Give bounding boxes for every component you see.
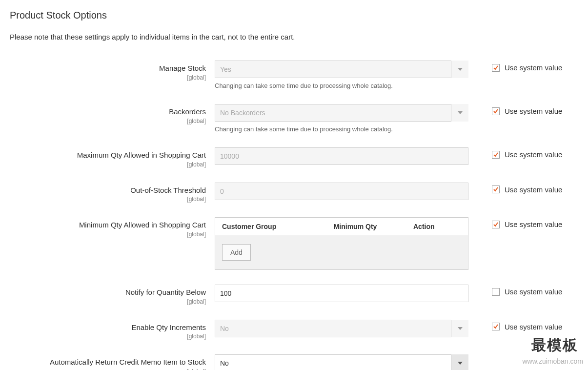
scope-label: [global] [10, 368, 206, 370]
scope-label: [global] [10, 333, 206, 340]
helper-backorders: Changing can take some time due to proce… [215, 125, 468, 133]
section-note: Please note that these settings apply to… [10, 33, 578, 41]
checkbox-use-system-manage-stock[interactable] [492, 64, 500, 72]
row-threshold: Out-of-Stock Threshold [global] Use syst… [10, 183, 578, 203]
select-auto-return[interactable]: No [215, 354, 468, 370]
section-title: Product Stock Options [10, 10, 578, 21]
helper-manage-stock: Changing can take some time due to proce… [215, 82, 468, 89]
row-qty-increments: Enable Qty Increments [global] No Use sy… [10, 320, 578, 340]
label-threshold: Out-of-Stock Threshold [10, 185, 206, 195]
chevron-down-icon [451, 61, 468, 78]
svg-marker-2 [458, 327, 463, 330]
checkbox-use-system-backorders[interactable] [492, 107, 500, 115]
checkbox-use-system-notify-below[interactable] [492, 288, 500, 296]
label-use-system: Use system value [505, 107, 562, 115]
label-use-system: Use system value [505, 323, 562, 331]
label-use-system: Use system value [505, 288, 562, 296]
checkbox-use-system-qty-increments[interactable] [492, 323, 500, 330]
col-action: Action [413, 223, 461, 230]
label-use-system: Use system value [505, 63, 562, 72]
scope-label: [global] [10, 161, 206, 168]
svg-marker-1 [458, 111, 463, 114]
select-qty-increments: No [215, 320, 468, 337]
select-manage-stock: Yes [215, 61, 468, 78]
add-button: Add [222, 244, 251, 261]
label-manage-stock: Manage Stock [10, 63, 206, 73]
scope-label: [global] [10, 118, 206, 124]
row-backorders: Backorders [global] No Backorders Changi… [10, 104, 578, 133]
label-use-system: Use system value [505, 220, 562, 228]
checkbox-use-system-threshold[interactable] [492, 185, 500, 193]
chevron-down-icon [451, 320, 468, 337]
row-auto-return: Automatically Return Credit Memo Item to… [10, 354, 578, 370]
row-min-qty: Minimum Qty Allowed in Shopping Cart [gl… [10, 217, 578, 270]
checkbox-use-system-min-qty[interactable] [492, 221, 500, 228]
scope-label: [global] [10, 231, 206, 238]
label-min-qty: Minimum Qty Allowed in Shopping Cart [10, 220, 206, 230]
label-use-system: Use system value [505, 150, 562, 159]
row-manage-stock: Manage Stock [global] Yes Changing can t… [10, 61, 578, 89]
label-use-system: Use system value [505, 185, 562, 194]
input-notify-below[interactable] [215, 285, 468, 302]
input-threshold [215, 183, 468, 200]
label-notify-below: Notify for Quantity Below [10, 288, 206, 297]
min-qty-table: Customer Group Minimum Qty Action Add [215, 217, 468, 270]
chevron-down-icon [451, 104, 468, 122]
label-auto-return: Automatically Return Credit Memo Item to… [10, 357, 206, 367]
input-max-qty [215, 147, 468, 165]
row-notify-below: Notify for Quantity Below [global] Use s… [10, 285, 578, 305]
checkbox-use-system-max-qty[interactable] [492, 151, 500, 159]
col-minimum-qty: Minimum Qty [334, 223, 413, 230]
col-customer-group: Customer Group [222, 223, 334, 230]
row-max-qty: Maximum Qty Allowed in Shopping Cart [gl… [10, 147, 578, 168]
scope-label: [global] [10, 298, 206, 305]
scope-label: [global] [10, 196, 206, 203]
label-qty-increments: Enable Qty Increments [10, 323, 206, 332]
label-backorders: Backorders [10, 107, 206, 117]
select-backorders: No Backorders [215, 104, 468, 122]
label-max-qty: Maximum Qty Allowed in Shopping Cart [10, 150, 206, 160]
svg-marker-0 [458, 68, 463, 71]
scope-label: [global] [10, 74, 206, 81]
